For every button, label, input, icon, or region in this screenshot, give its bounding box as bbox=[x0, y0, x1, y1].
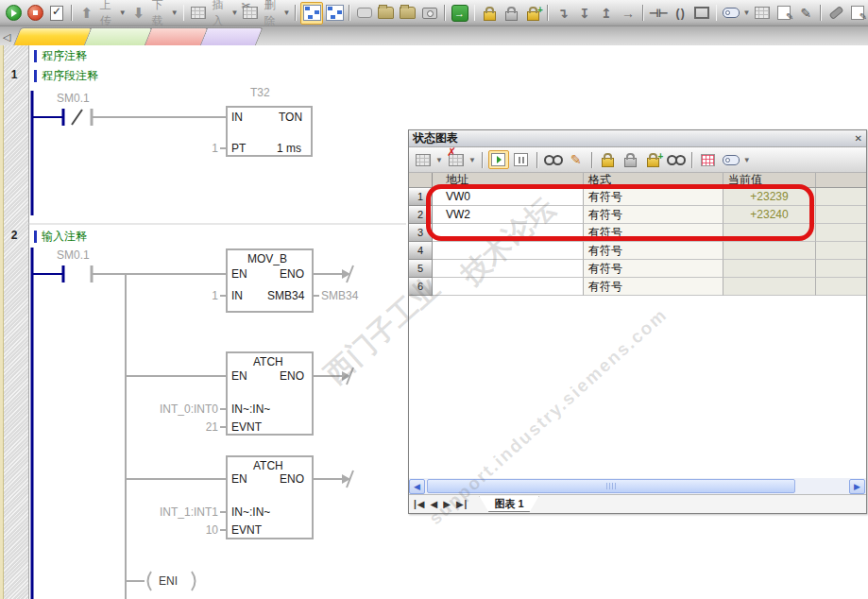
value-cell[interactable] bbox=[723, 260, 816, 278]
chevron-down-icon[interactable]: ▼ bbox=[282, 9, 290, 17]
atch1-evnt-pin[interactable]: EVNT bbox=[231, 420, 262, 434]
chart-status-on-icon[interactable] bbox=[488, 150, 509, 169]
network1-comment[interactable]: 程序段注释 bbox=[34, 68, 98, 84]
network-view2-icon[interactable] bbox=[324, 3, 345, 24]
timer-pt-operand[interactable]: 1 bbox=[194, 142, 218, 155]
program-comment[interactable]: 程序注释 bbox=[34, 48, 87, 64]
chevron-down-icon[interactable]: ▼ bbox=[230, 9, 238, 17]
value-cell[interactable] bbox=[723, 278, 816, 296]
chevron-down-icon[interactable]: ▼ bbox=[743, 156, 751, 164]
movb-title[interactable]: MOV_B bbox=[247, 252, 287, 265]
address-cell[interactable]: VW0 bbox=[433, 188, 584, 206]
contact-operand[interactable]: SM0.1 bbox=[57, 92, 90, 105]
tab-main[interactable]: MAIN × bbox=[13, 27, 85, 45]
delete-label[interactable]: 删除 bbox=[264, 0, 280, 29]
next-folder-icon[interactable] bbox=[398, 3, 418, 24]
open-folder-icon[interactable] bbox=[376, 3, 397, 24]
camera-icon[interactable] bbox=[419, 3, 440, 24]
horizontal-scrollbar[interactable]: ◀ ▶ bbox=[409, 478, 866, 494]
sheet-tab-chart1[interactable]: 图表 1 bbox=[479, 496, 538, 512]
format-cell[interactable]: 有符号 bbox=[584, 224, 723, 242]
read-values-icon[interactable] bbox=[543, 149, 564, 170]
upload-label[interactable]: 上传 bbox=[100, 0, 116, 29]
sheet-prev-icon[interactable]: ◀ bbox=[431, 499, 439, 509]
row-number[interactable]: 1 bbox=[409, 188, 433, 206]
sheet-last-icon[interactable]: ▶| bbox=[456, 499, 468, 509]
format-cell[interactable]: 有符号 bbox=[584, 278, 723, 296]
address-tag-icon[interactable] bbox=[721, 3, 741, 24]
run-icon[interactable] bbox=[3, 3, 24, 24]
movb-in-operand[interactable]: 1 bbox=[194, 289, 218, 302]
selection-box-icon[interactable] bbox=[354, 3, 375, 24]
atch2-int-pin[interactable]: IN~:IN~ bbox=[231, 505, 270, 519]
format-cell[interactable]: 有符号 bbox=[584, 188, 723, 206]
compile-icon[interactable]: ✓ bbox=[46, 3, 67, 24]
eni-coil-label[interactable]: ENI bbox=[159, 574, 178, 588]
row-number[interactable]: 6 bbox=[409, 278, 433, 296]
edit-notepad-icon[interactable] bbox=[774, 3, 794, 24]
value-cell[interactable]: +23240 bbox=[723, 206, 816, 224]
address-tag-icon[interactable] bbox=[721, 149, 741, 170]
sheet-next-icon[interactable]: ▶ bbox=[443, 499, 451, 509]
timer-pt-pin[interactable]: PT bbox=[231, 142, 246, 155]
atch1-evnt-operand[interactable]: 21 bbox=[194, 420, 218, 434]
line-right-icon[interactable]: → bbox=[618, 3, 638, 24]
delete-chart-icon[interactable]: ✗ bbox=[446, 149, 467, 170]
contact-tool-icon[interactable]: ⊣⊢ bbox=[648, 3, 669, 24]
insert-icon[interactable] bbox=[188, 3, 209, 24]
atch2-evnt-operand[interactable]: 10 bbox=[194, 523, 218, 537]
atch1-title[interactable]: ATCH bbox=[253, 355, 283, 368]
unlock-icon[interactable] bbox=[501, 3, 521, 24]
format-cell[interactable]: 有符号 bbox=[584, 206, 723, 224]
read-forced-icon[interactable] bbox=[666, 149, 687, 170]
coil-tool-icon[interactable]: ( ) bbox=[670, 3, 690, 24]
movb-out-pin[interactable]: SMB34 bbox=[267, 289, 304, 302]
force-add-icon[interactable]: + bbox=[643, 149, 664, 170]
value-cell[interactable]: +23239 bbox=[723, 188, 816, 206]
row-number[interactable]: 4 bbox=[409, 242, 433, 260]
atch2-evnt-pin[interactable]: EVNT bbox=[231, 523, 262, 537]
address-cell[interactable] bbox=[433, 260, 584, 278]
format-cell[interactable]: 有符号 bbox=[584, 242, 723, 260]
row-number[interactable]: 5 bbox=[409, 260, 433, 278]
write-values-icon[interactable]: ✎ bbox=[566, 149, 587, 170]
chevron-down-icon[interactable]: ▼ bbox=[171, 9, 179, 17]
col-header-address[interactable]: 地址 bbox=[433, 173, 584, 187]
sheet-first-icon[interactable]: |◀ bbox=[414, 499, 426, 509]
tab-scroll-left-icon[interactable]: ◁ bbox=[0, 28, 13, 45]
new-chart-icon[interactable] bbox=[413, 149, 434, 170]
movb-out-operand[interactable]: SMB34 bbox=[321, 289, 358, 302]
insert-label[interactable]: 插入 bbox=[212, 0, 228, 29]
network2-comment[interactable]: 输入注释 bbox=[34, 229, 87, 245]
chevron-down-icon[interactable]: ▼ bbox=[435, 156, 443, 164]
col-header-format[interactable]: 格式 bbox=[584, 173, 723, 187]
value-cell[interactable] bbox=[723, 242, 816, 260]
chevron-down-icon[interactable]: ▼ bbox=[119, 9, 127, 17]
value-cell[interactable] bbox=[723, 224, 816, 242]
chart-pause-icon[interactable] bbox=[511, 149, 532, 170]
movb-in-pin[interactable]: IN bbox=[231, 289, 243, 302]
col-header-current-value[interactable]: 当前值 bbox=[723, 173, 816, 187]
address-cell[interactable] bbox=[433, 242, 584, 260]
atch1-int-operand[interactable]: INT_0:INT0 bbox=[143, 402, 218, 416]
lock-icon[interactable] bbox=[479, 3, 500, 24]
apply-icon[interactable]: → bbox=[450, 3, 470, 24]
unforce-icon[interactable] bbox=[621, 149, 641, 170]
scroll-right-icon[interactable]: ▶ bbox=[849, 479, 865, 494]
notepad2-icon[interactable] bbox=[847, 3, 868, 24]
download-label[interactable]: 下载 bbox=[152, 0, 168, 29]
force-icon[interactable] bbox=[598, 149, 619, 170]
line-down-branch-icon[interactable]: ↴ bbox=[553, 3, 573, 24]
edit-pencil-icon[interactable]: ✎ bbox=[795, 3, 816, 24]
line-down-icon[interactable]: ↧ bbox=[574, 3, 595, 24]
row-number[interactable]: 3 bbox=[409, 224, 433, 242]
scroll-left-icon[interactable]: ◀ bbox=[409, 479, 425, 494]
format-cell[interactable]: 有符号 bbox=[584, 260, 723, 278]
status-chart-titlebar[interactable]: 状态图表 ✕ bbox=[409, 130, 866, 147]
row-number[interactable]: 2 bbox=[409, 206, 433, 224]
timer-in-pin[interactable]: IN bbox=[231, 111, 243, 124]
atch2-title[interactable]: ATCH bbox=[253, 459, 283, 472]
line-up-icon[interactable]: ↥ bbox=[596, 3, 617, 24]
symbol-table-icon[interactable] bbox=[752, 3, 773, 24]
download-icon[interactable]: ⬇ bbox=[128, 3, 149, 24]
